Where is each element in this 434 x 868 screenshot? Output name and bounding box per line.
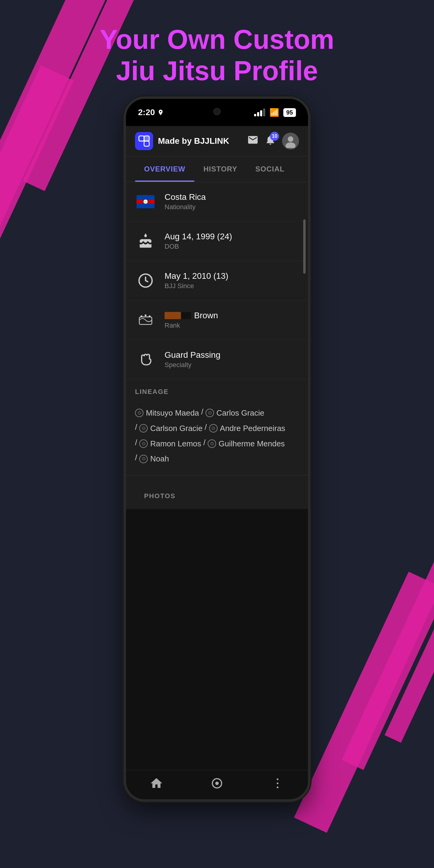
- app-logo: Made by BJJLINK: [135, 132, 229, 150]
- svg-point-13: [277, 782, 278, 784]
- rank-content: Brown Rank: [164, 311, 218, 330]
- logo-text: Made by BJJLINK: [158, 136, 229, 146]
- svg-point-12: [277, 778, 278, 780]
- headline-line1: Your Own Custom: [100, 24, 334, 55]
- person-icon-2: ⊙: [206, 409, 214, 417]
- svg-point-9: [149, 315, 150, 317]
- status-right: 📶 95: [254, 108, 296, 117]
- dob-row: Aug 14, 1999 (24) DOB: [126, 221, 308, 261]
- hand-icon: [135, 349, 156, 370]
- wifi-icon: 📶: [270, 108, 279, 117]
- lineage-person-4: ⊙ Andre Pederneiras: [209, 421, 285, 435]
- headline: Your Own Custom Jiu Jitsu Profile: [0, 24, 434, 87]
- svg-point-14: [277, 786, 278, 788]
- notification-badge: 10: [270, 132, 279, 141]
- dob-content: Aug 14, 1999 (24) DOB: [164, 232, 232, 250]
- nationality-value: Costa Rica: [164, 192, 206, 202]
- rank-label: Rank: [164, 321, 218, 330]
- scroll-indicator: [303, 219, 306, 274]
- more-icon: [271, 776, 284, 790]
- status-time: 2:20: [138, 107, 164, 117]
- dob-value: Aug 14, 1999 (24): [164, 232, 232, 241]
- nav-more[interactable]: [271, 776, 284, 790]
- nav-home[interactable]: [150, 776, 163, 790]
- rank-row: Brown Rank: [126, 301, 308, 340]
- phone-camera: [213, 108, 221, 115]
- phone-screen: 2:20 📶 95: [124, 96, 310, 802]
- bjj-since-label: BJJ Since: [164, 282, 228, 290]
- lineage-text: ⊙ Mitsuyo Maeda / ⊙ Carlos Gracie / ⊙ Ca…: [135, 405, 299, 466]
- nationality-row: ⭐ Costa Rica Nationality: [126, 182, 308, 221]
- person-icon-1: ⊙: [135, 409, 144, 417]
- person-icon-6: ⊙: [208, 439, 216, 448]
- belt-visual: [164, 312, 191, 319]
- bjj-since-value: May 1, 2010 (13): [164, 271, 228, 281]
- headline-line2: Jiu Jitsu Profile: [116, 56, 318, 86]
- person-icon-7: ⊙: [139, 455, 148, 463]
- lineage-person-1: ⊙ Mitsuyo Maeda: [135, 406, 199, 420]
- svg-point-11: [215, 781, 219, 785]
- specialty-content: Guard Passing Specialty: [164, 350, 220, 369]
- rank-icon: [135, 310, 156, 331]
- profile-tabs: OVERVIEW HISTORY SOCIAL: [126, 156, 308, 182]
- lineage-person-3: ⊙ Carlson Gracie: [139, 421, 202, 435]
- bell-icon[interactable]: 10: [265, 134, 276, 148]
- photos-header: PHOTOS: [135, 484, 299, 503]
- tab-overview[interactable]: OVERVIEW: [135, 156, 194, 182]
- nationality-content: Costa Rica Nationality: [164, 192, 206, 211]
- svg-rect-0: [139, 136, 144, 141]
- location-icon: [157, 109, 164, 116]
- battery-icon: 95: [283, 108, 296, 117]
- svg-point-7: [141, 315, 142, 317]
- specialty-value: Guard Passing: [164, 350, 220, 360]
- svg-point-4: [285, 143, 296, 148]
- cake-icon: [135, 230, 156, 252]
- person-icon-4: ⊙: [209, 424, 218, 433]
- svg-point-3: [288, 136, 293, 142]
- tab-social[interactable]: SOCIAL: [246, 156, 293, 182]
- dob-label: DOB: [164, 243, 232, 250]
- rank-value: Brown: [194, 311, 218, 320]
- flag-icon: ⭐: [135, 191, 156, 212]
- lineage-person-2: ⊙ Carlos Gracie: [206, 406, 264, 420]
- search-icon: [210, 776, 224, 790]
- svg-rect-1: [144, 141, 149, 146]
- signal-icon: [254, 108, 265, 116]
- person-icon-3: ⊙: [139, 424, 148, 433]
- person-icon-5: ⊙: [139, 439, 148, 448]
- bjj-since-row: May 1, 2010 (13) BJJ Since: [126, 261, 308, 301]
- lineage-person-5: ⊙ Ramon Lemos: [139, 437, 201, 451]
- header-icons: 10: [247, 133, 299, 150]
- lineage-content: ⊙ Mitsuyo Maeda / ⊙ Carlos Gracie / ⊙ Ca…: [126, 399, 308, 475]
- lineage-header: LINEAGE: [126, 379, 308, 399]
- specialty-row: Guard Passing Specialty: [126, 340, 308, 379]
- home-icon: [150, 776, 163, 790]
- logo-icon: [135, 132, 153, 150]
- tab-history[interactable]: HISTORY: [194, 156, 246, 182]
- svg-rect-6: [139, 317, 152, 324]
- photos-section: PHOTOS: [126, 475, 308, 509]
- svg-point-8: [145, 314, 147, 316]
- specialty-label: Specialty: [164, 361, 220, 369]
- mail-icon[interactable]: [247, 134, 258, 148]
- lineage-person-7: ⊙ Noah: [139, 452, 169, 466]
- nationality-label: Nationality: [164, 203, 206, 211]
- rank-belt: Brown: [164, 311, 218, 320]
- status-bar: 2:20 📶 95: [126, 99, 308, 126]
- profile-content: ⭐ Costa Rica Nationality: [126, 182, 308, 379]
- app-header: Made by BJJLINK 10: [126, 126, 308, 156]
- nav-search[interactable]: [210, 776, 224, 790]
- bjj-since-content: May 1, 2010 (13) BJJ Since: [164, 271, 228, 290]
- svg-rect-2: [144, 136, 149, 141]
- lineage-section: LINEAGE ⊙ Mitsuyo Maeda / ⊙ Carlos Graci…: [126, 379, 308, 475]
- bottom-nav: [126, 770, 308, 799]
- phone-mockup: 2:20 📶 95: [124, 96, 310, 802]
- avatar[interactable]: [282, 133, 299, 150]
- lineage-person-6: ⊙ Guilherme Mendes: [208, 437, 285, 451]
- clock-icon: [135, 270, 156, 291]
